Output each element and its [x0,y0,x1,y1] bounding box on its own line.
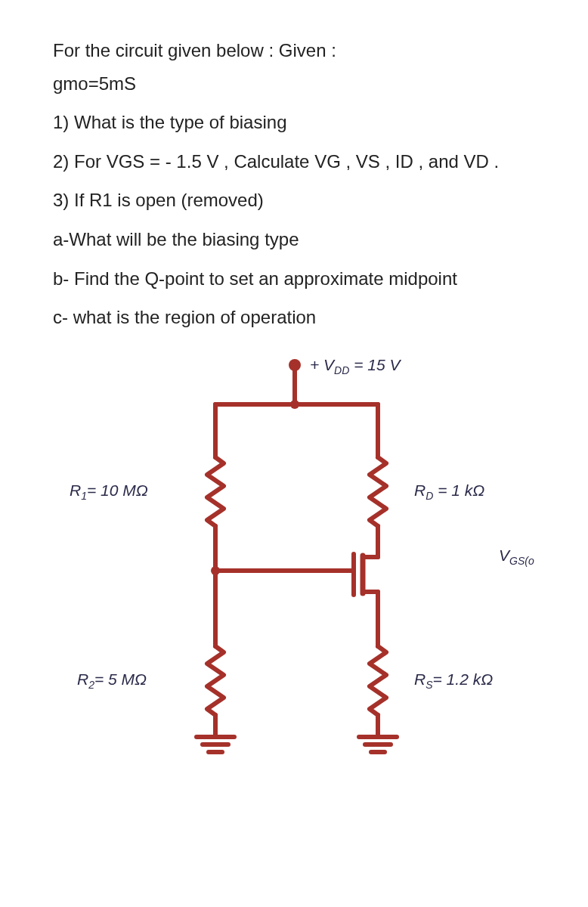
rs-label: RS= 1.2 kΩ [414,670,493,691]
question-2: 2) For VGS = - 1.5 V , Calculate VG , VS… [53,149,535,175]
rd-label: RD = 1 kΩ [414,481,484,502]
question-3: 3) If R1 is open (removed) [53,187,535,213]
problem-text-block: For the circuit given below : Given : gm… [0,0,588,330]
question-3a: a-What will be the biasing type [53,227,535,252]
intro-line-2: gmo=5mS [53,71,535,97]
question-1: 1) What is the type of biasing [53,110,535,135]
r1-label: R1= 10 MΩ [70,481,148,502]
intro-line-1: For the circuit given below : Given : [53,38,535,63]
circuit-diagram: + VDD = 15 V R1= 10 MΩ R2= 5 MΩ RD = 1 k… [0,344,588,767]
vgs-label: VGS(o [499,546,534,567]
question-3c: c- what is the region of operation [53,305,535,330]
question-3b: b- Find the Q-point to set an approximat… [53,266,535,292]
vdd-label: + VDD = 15 V [310,356,400,376]
r2-label: R2= 5 MΩ [77,670,147,691]
